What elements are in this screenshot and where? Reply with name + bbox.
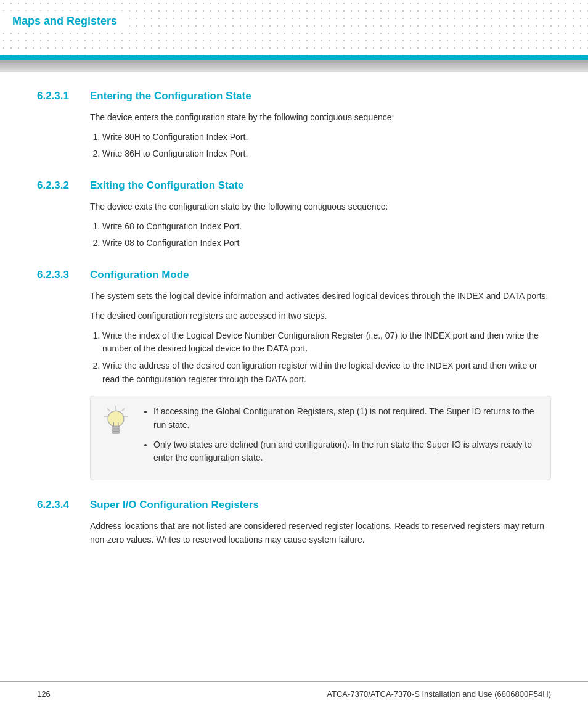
list-item: Write 86H to Configuration Index Port. — [102, 147, 551, 161]
section-6234-body: Address locations that are not listed ar… — [90, 520, 551, 546]
section-6233-body: The system sets the logical device infor… — [90, 290, 551, 480]
note-list: If accessing the Global Configuration Re… — [153, 405, 541, 465]
section-6234: 6.2.3.4 Super I/O Configuration Register… — [37, 499, 551, 546]
lightbulb-icon — [100, 405, 131, 442]
section-6233-intro2: The desired configuration registers are … — [90, 310, 551, 323]
svg-rect-9 — [112, 429, 120, 432]
list-item: Write 68 to Configuration Index Port. — [102, 220, 551, 234]
section-6232-body: The device exits the configuration state… — [90, 200, 551, 250]
header-area: Maps and Registers — [0, 0, 588, 55]
footer-doc-title: ATCA-7370/ATCA-7370-S Installation and U… — [327, 689, 551, 699]
svg-rect-10 — [112, 432, 119, 434]
list-item: Write 80H to Configuration Index Port. — [102, 131, 551, 144]
main-content: 6.2.3.1 Entering the Configuration State… — [0, 72, 588, 681]
list-item: Write the address of the desired configu… — [102, 359, 551, 386]
section-6232-number: 6.2.3.2 — [37, 179, 80, 192]
gray-wave-bar — [0, 60, 588, 72]
section-6233-list: Write the index of the Logical Device Nu… — [102, 329, 551, 387]
page-title: Maps and Registers — [12, 15, 117, 27]
svg-line-1 — [107, 409, 110, 411]
section-6234-number: 6.2.3.4 — [37, 499, 80, 511]
section-6232-intro: The device exits the configuration state… — [90, 200, 551, 214]
section-6234-intro: Address locations that are not listed ar… — [90, 520, 551, 546]
section-6233: 6.2.3.3 Configuration Mode The system se… — [37, 269, 551, 480]
note-item-2: Only two states are defined (run and con… — [153, 438, 541, 465]
svg-point-5 — [108, 411, 124, 427]
section-6233-number: 6.2.3.3 — [37, 269, 80, 281]
section-6231-body: The device enters the configuration stat… — [90, 111, 551, 161]
section-6234-title: Super I/O Configuration Registers — [90, 499, 259, 511]
section-6232-list: Write 68 to Configuration Index Port. Wr… — [102, 220, 551, 250]
header-title-bar: Maps and Registers — [0, 11, 129, 31]
section-6233-header: 6.2.3.3 Configuration Mode — [37, 269, 551, 281]
section-6232-title: Exiting the Configuration State — [90, 179, 243, 192]
section-6233-title: Configuration Mode — [90, 269, 189, 281]
cyan-accent-bar — [0, 55, 588, 60]
section-6234-header: 6.2.3.4 Super I/O Configuration Register… — [37, 499, 551, 511]
footer-page-number: 126 — [37, 689, 51, 699]
svg-line-3 — [122, 409, 125, 411]
section-6231-intro: The device enters the configuration stat… — [90, 111, 551, 125]
note-box: If accessing the Global Configuration Re… — [90, 396, 551, 480]
list-item: Write 08 to Configuration Index Port — [102, 237, 551, 250]
list-item: Write the index of the Logical Device Nu… — [102, 329, 551, 356]
note-items: If accessing the Global Configuration Re… — [142, 405, 541, 471]
svg-rect-8 — [112, 426, 120, 429]
page-wrapper: Maps and Registers 6.2.3.1 Entering the … — [0, 0, 588, 706]
section-6232: 6.2.3.2 Exiting the Configuration State … — [37, 179, 551, 250]
section-6231-number: 6.2.3.1 — [37, 90, 80, 102]
section-6231-list: Write 80H to Configuration Index Port. W… — [102, 131, 551, 161]
note-item-1: If accessing the Global Configuration Re… — [153, 405, 541, 432]
section-6232-header: 6.2.3.2 Exiting the Configuration State — [37, 179, 551, 192]
section-6231-title: Entering the Configuration State — [90, 90, 251, 102]
section-6231-header: 6.2.3.1 Entering the Configuration State — [37, 90, 551, 102]
section-6231: 6.2.3.1 Entering the Configuration State… — [37, 90, 551, 161]
footer: 126 ATCA-7370/ATCA-7370-S Installation a… — [0, 681, 588, 706]
section-6233-intro: The system sets the logical device infor… — [90, 290, 551, 303]
